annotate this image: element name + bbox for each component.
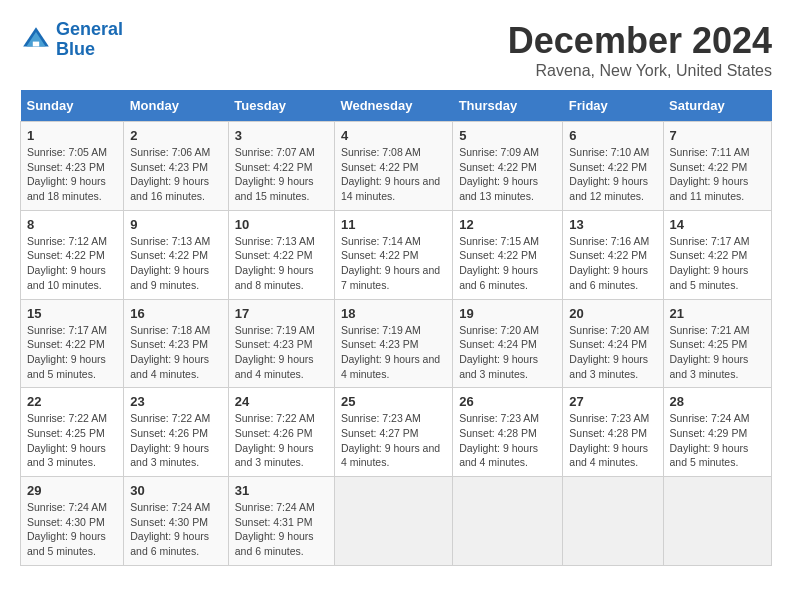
day-info: Sunrise: 7:24 AMSunset: 4:29 PMDaylight:… [670,411,766,470]
calendar-cell: 16Sunrise: 7:18 AMSunset: 4:23 PMDayligh… [124,299,229,388]
logo-icon [20,24,52,56]
calendar-table: SundayMondayTuesdayWednesdayThursdayFrid… [20,90,772,566]
day-header-saturday: Saturday [663,90,772,122]
day-number: 12 [459,217,556,232]
day-number: 3 [235,128,328,143]
day-info: Sunrise: 7:17 AMSunset: 4:22 PMDaylight:… [27,323,117,382]
page-header: General Blue December 2024 Ravena, New Y… [20,20,772,80]
day-info: Sunrise: 7:13 AMSunset: 4:22 PMDaylight:… [130,234,222,293]
day-number: 4 [341,128,446,143]
day-number: 29 [27,483,117,498]
calendar-cell: 14Sunrise: 7:17 AMSunset: 4:22 PMDayligh… [663,210,772,299]
day-info: Sunrise: 7:13 AMSunset: 4:22 PMDaylight:… [235,234,328,293]
header-row: SundayMondayTuesdayWednesdayThursdayFrid… [21,90,772,122]
subtitle: Ravena, New York, United States [508,62,772,80]
day-info: Sunrise: 7:06 AMSunset: 4:23 PMDaylight:… [130,145,222,204]
day-info: Sunrise: 7:09 AMSunset: 4:22 PMDaylight:… [459,145,556,204]
day-header-tuesday: Tuesday [228,90,334,122]
calendar-cell: 8Sunrise: 7:12 AMSunset: 4:22 PMDaylight… [21,210,124,299]
day-number: 24 [235,394,328,409]
calendar-cell [334,477,452,566]
day-info: Sunrise: 7:16 AMSunset: 4:22 PMDaylight:… [569,234,656,293]
day-number: 18 [341,306,446,321]
calendar-cell: 12Sunrise: 7:15 AMSunset: 4:22 PMDayligh… [453,210,563,299]
calendar-cell: 9Sunrise: 7:13 AMSunset: 4:22 PMDaylight… [124,210,229,299]
title-section: December 2024 Ravena, New York, United S… [508,20,772,80]
calendar-cell: 3Sunrise: 7:07 AMSunset: 4:22 PMDaylight… [228,122,334,211]
day-number: 13 [569,217,656,232]
day-number: 1 [27,128,117,143]
day-info: Sunrise: 7:22 AMSunset: 4:26 PMDaylight:… [235,411,328,470]
logo: General Blue [20,20,123,60]
calendar-cell: 24Sunrise: 7:22 AMSunset: 4:26 PMDayligh… [228,388,334,477]
day-number: 6 [569,128,656,143]
day-number: 19 [459,306,556,321]
day-number: 14 [670,217,766,232]
main-title: December 2024 [508,20,772,62]
day-number: 8 [27,217,117,232]
day-info: Sunrise: 7:07 AMSunset: 4:22 PMDaylight:… [235,145,328,204]
calendar-cell: 22Sunrise: 7:22 AMSunset: 4:25 PMDayligh… [21,388,124,477]
day-number: 15 [27,306,117,321]
day-number: 17 [235,306,328,321]
day-header-thursday: Thursday [453,90,563,122]
day-number: 30 [130,483,222,498]
calendar-cell: 5Sunrise: 7:09 AMSunset: 4:22 PMDaylight… [453,122,563,211]
day-number: 11 [341,217,446,232]
calendar-cell: 20Sunrise: 7:20 AMSunset: 4:24 PMDayligh… [563,299,663,388]
calendar-cell: 28Sunrise: 7:24 AMSunset: 4:29 PMDayligh… [663,388,772,477]
calendar-cell: 1Sunrise: 7:05 AMSunset: 4:23 PMDaylight… [21,122,124,211]
day-header-friday: Friday [563,90,663,122]
calendar-cell: 26Sunrise: 7:23 AMSunset: 4:28 PMDayligh… [453,388,563,477]
day-header-wednesday: Wednesday [334,90,452,122]
day-info: Sunrise: 7:12 AMSunset: 4:22 PMDaylight:… [27,234,117,293]
calendar-cell: 31Sunrise: 7:24 AMSunset: 4:31 PMDayligh… [228,477,334,566]
day-info: Sunrise: 7:08 AMSunset: 4:22 PMDaylight:… [341,145,446,204]
day-info: Sunrise: 7:24 AMSunset: 4:31 PMDaylight:… [235,500,328,559]
day-number: 21 [670,306,766,321]
day-info: Sunrise: 7:23 AMSunset: 4:28 PMDaylight:… [569,411,656,470]
day-info: Sunrise: 7:22 AMSunset: 4:26 PMDaylight:… [130,411,222,470]
day-number: 28 [670,394,766,409]
day-info: Sunrise: 7:21 AMSunset: 4:25 PMDaylight:… [670,323,766,382]
day-header-monday: Monday [124,90,229,122]
day-info: Sunrise: 7:22 AMSunset: 4:25 PMDaylight:… [27,411,117,470]
day-number: 23 [130,394,222,409]
day-info: Sunrise: 7:20 AMSunset: 4:24 PMDaylight:… [459,323,556,382]
calendar-cell: 11Sunrise: 7:14 AMSunset: 4:22 PMDayligh… [334,210,452,299]
calendar-cell: 13Sunrise: 7:16 AMSunset: 4:22 PMDayligh… [563,210,663,299]
day-number: 10 [235,217,328,232]
calendar-cell: 4Sunrise: 7:08 AMSunset: 4:22 PMDaylight… [334,122,452,211]
logo-text: General Blue [56,20,123,60]
day-info: Sunrise: 7:19 AMSunset: 4:23 PMDaylight:… [235,323,328,382]
day-number: 16 [130,306,222,321]
week-row-4: 22Sunrise: 7:22 AMSunset: 4:25 PMDayligh… [21,388,772,477]
day-number: 2 [130,128,222,143]
calendar-cell: 15Sunrise: 7:17 AMSunset: 4:22 PMDayligh… [21,299,124,388]
calendar-cell: 27Sunrise: 7:23 AMSunset: 4:28 PMDayligh… [563,388,663,477]
calendar-cell: 19Sunrise: 7:20 AMSunset: 4:24 PMDayligh… [453,299,563,388]
calendar-cell: 29Sunrise: 7:24 AMSunset: 4:30 PMDayligh… [21,477,124,566]
day-info: Sunrise: 7:24 AMSunset: 4:30 PMDaylight:… [130,500,222,559]
day-info: Sunrise: 7:17 AMSunset: 4:22 PMDaylight:… [670,234,766,293]
svg-rect-2 [33,41,39,46]
day-number: 22 [27,394,117,409]
day-info: Sunrise: 7:11 AMSunset: 4:22 PMDaylight:… [670,145,766,204]
day-info: Sunrise: 7:24 AMSunset: 4:30 PMDaylight:… [27,500,117,559]
day-number: 26 [459,394,556,409]
week-row-5: 29Sunrise: 7:24 AMSunset: 4:30 PMDayligh… [21,477,772,566]
calendar-cell: 23Sunrise: 7:22 AMSunset: 4:26 PMDayligh… [124,388,229,477]
calendar-cell [453,477,563,566]
week-row-2: 8Sunrise: 7:12 AMSunset: 4:22 PMDaylight… [21,210,772,299]
calendar-cell [663,477,772,566]
calendar-cell: 18Sunrise: 7:19 AMSunset: 4:23 PMDayligh… [334,299,452,388]
calendar-cell [563,477,663,566]
day-info: Sunrise: 7:15 AMSunset: 4:22 PMDaylight:… [459,234,556,293]
day-info: Sunrise: 7:23 AMSunset: 4:27 PMDaylight:… [341,411,446,470]
day-number: 20 [569,306,656,321]
day-number: 7 [670,128,766,143]
calendar-cell: 17Sunrise: 7:19 AMSunset: 4:23 PMDayligh… [228,299,334,388]
calendar-cell: 7Sunrise: 7:11 AMSunset: 4:22 PMDaylight… [663,122,772,211]
calendar-cell: 6Sunrise: 7:10 AMSunset: 4:22 PMDaylight… [563,122,663,211]
day-header-sunday: Sunday [21,90,124,122]
